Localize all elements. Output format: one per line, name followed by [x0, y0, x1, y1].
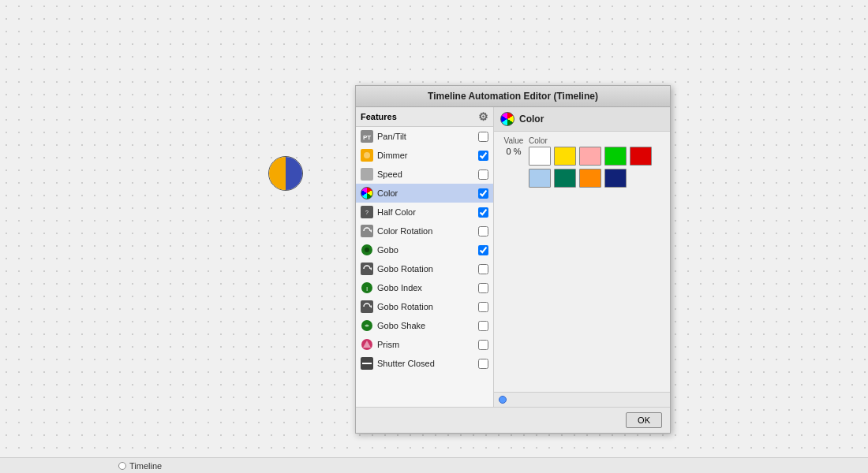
swatch-red[interactable] — [630, 147, 652, 166]
speed-checkbox[interactable] — [478, 169, 488, 180]
features-panel: Features ⚙ PT Pan/Tilt — [356, 107, 494, 407]
settings-icon: ⚙ — [478, 110, 488, 123]
feature-row-pan-tilt[interactable]: PT Pan/Tilt — [356, 127, 493, 146]
color-rotation-icon — [361, 225, 373, 237]
feature-row-color[interactable]: Color — [356, 184, 493, 203]
gobo-index-icon: I — [361, 281, 373, 294]
color-row-2 — [529, 169, 665, 188]
dimmer-checkbox[interactable] — [478, 151, 488, 161]
color-rotation-checkbox[interactable] — [478, 226, 488, 236]
prism-icon — [361, 338, 373, 351]
swatch-dark-blue[interactable] — [604, 169, 627, 188]
gobo-rotation-2-label: Gobo Rotation — [377, 302, 474, 311]
color-checkbox[interactable] — [478, 188, 488, 199]
feature-row-half-color[interactable]: ? Half Color — [356, 203, 493, 222]
svg-text:PT: PT — [363, 134, 371, 141]
gobo-rotation-2-checkbox[interactable] — [478, 302, 488, 312]
feature-row-shutter-closed[interactable]: Shutter Closed — [356, 354, 493, 373]
speed-label: Speed — [377, 169, 474, 179]
gobo-shake-checkbox[interactable] — [478, 321, 488, 331]
color-column: Color — [529, 136, 665, 188]
shutter-closed-checkbox[interactable] — [478, 359, 488, 369]
gobo-shake-label: Gobo Shake — [377, 321, 474, 330]
gobo-rotation-2-icon — [361, 300, 373, 313]
swatch-orange[interactable] — [579, 169, 601, 188]
svg-rect-4 — [361, 168, 373, 181]
bg-half-circle-icon — [268, 156, 303, 191]
timeline-dot — [118, 462, 126, 470]
dimmer-label: Dimmer — [377, 151, 474, 160]
swatch-pink[interactable] — [579, 147, 601, 166]
pan-tilt-label: Pan/Tilt — [377, 132, 474, 141]
gobo-rotation-1-checkbox[interactable] — [478, 264, 488, 274]
gobo-checkbox[interactable] — [478, 245, 488, 255]
feature-row-dimmer[interactable]: Dimmer — [356, 146, 493, 165]
gobo-shake-icon — [361, 319, 373, 332]
prism-checkbox[interactable] — [478, 340, 488, 350]
swatch-white[interactable] — [529, 147, 551, 166]
value-column: Value 0 % — [499, 136, 529, 188]
gobo-index-checkbox[interactable] — [478, 283, 488, 293]
half-color-checkbox[interactable] — [478, 207, 488, 218]
feature-row-gobo-rotation-1[interactable]: Gobo Rotation — [356, 259, 493, 278]
feature-row-prism[interactable]: Prism — [356, 335, 493, 354]
gobo-index-label: Gobo Index — [377, 283, 474, 292]
svg-text:I: I — [366, 285, 368, 292]
color-row-1 — [529, 147, 665, 166]
feature-row-color-rotation[interactable]: Color Rotation — [356, 222, 493, 240]
value-label: Value — [499, 136, 529, 145]
color-panel-icon — [500, 112, 514, 126]
timeline-label: Timeline — [129, 461, 162, 471]
gobo-rotation-1-label: Gobo Rotation — [377, 264, 474, 274]
color-rotation-label: Color Rotation — [377, 226, 474, 236]
color-col-label: Color — [529, 136, 665, 145]
dialog-footer: OK — [356, 407, 670, 433]
feature-row-gobo-index[interactable]: I Gobo Index — [356, 278, 493, 297]
swatch-light-blue[interactable] — [529, 169, 551, 188]
pan-tilt-checkbox[interactable] — [478, 132, 488, 142]
gobo-rotation-icon — [361, 263, 373, 275]
prism-label: Prism — [377, 340, 474, 349]
swatch-dark-green[interactable] — [554, 169, 576, 188]
gobo-label: Gobo — [377, 245, 474, 255]
shutter-closed-label: Shutter Closed — [377, 359, 474, 368]
feature-row-gobo[interactable]: Gobo — [356, 240, 493, 259]
color-indicator-row — [494, 392, 670, 407]
features-list[interactable]: PT Pan/Tilt Dimmer — [356, 127, 493, 407]
features-header: Features ⚙ — [356, 107, 493, 127]
shutter-closed-icon — [361, 357, 373, 370]
speed-icon — [361, 168, 373, 181]
dimmer-icon — [361, 149, 373, 162]
dialog-title: Timeline Automation Editor (Timeline) — [356, 86, 670, 107]
feature-row-speed[interactable]: Speed — [356, 165, 493, 184]
svg-text:?: ? — [365, 210, 369, 215]
color-panel-cols: Value 0 % Color — [499, 136, 665, 188]
bottom-bar: Timeline — [0, 457, 868, 473]
color-position-indicator — [499, 396, 507, 404]
swatch-green[interactable] — [604, 147, 627, 166]
ok-button[interactable]: OK — [626, 412, 662, 428]
features-label: Features — [361, 112, 397, 121]
color-panel-body: Value 0 % Color — [494, 132, 670, 392]
color-wheel-icon — [361, 187, 373, 199]
feature-row-gobo-shake[interactable]: Gobo Shake — [356, 316, 493, 335]
value-number: 0 % — [499, 147, 529, 156]
color-panel: Color Value 0 % Color — [494, 107, 670, 407]
color-panel-title: Color — [519, 114, 544, 125]
color-label: Color — [377, 188, 474, 198]
swatch-yellow[interactable] — [554, 147, 576, 166]
color-swatches — [529, 147, 665, 188]
svg-point-3 — [364, 152, 370, 158]
pan-tilt-icon: PT — [361, 130, 373, 143]
half-color-icon: ? — [361, 206, 373, 218]
half-color-label: Half Color — [377, 207, 474, 217]
svg-point-10 — [365, 248, 369, 252]
color-panel-header: Color — [494, 107, 670, 132]
feature-row-gobo-rotation-2[interactable]: Gobo Rotation — [356, 297, 493, 316]
timeline-automation-editor-dialog: Timeline Automation Editor (Timeline) Fe… — [355, 85, 671, 434]
dialog-body: Features ⚙ PT Pan/Tilt — [356, 107, 670, 407]
gobo-icon — [361, 244, 373, 256]
